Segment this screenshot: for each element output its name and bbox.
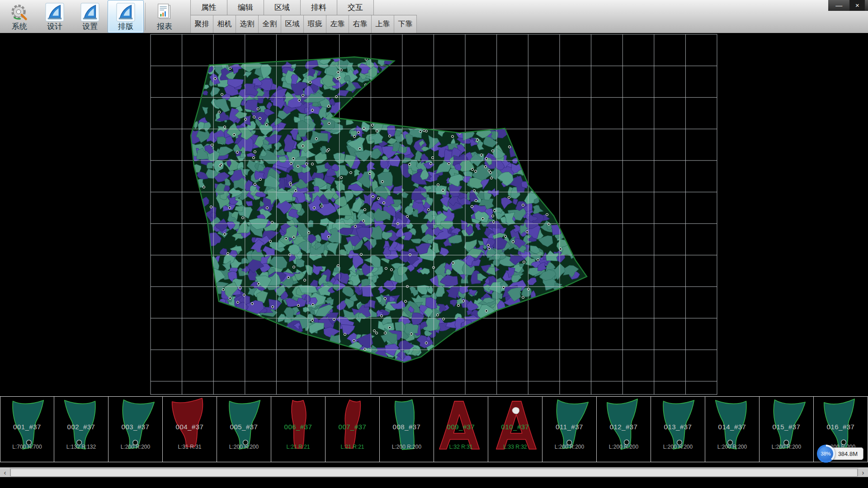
piece-name: 014_#37 <box>705 423 759 431</box>
piece-lr-count: L:32 R:31 <box>434 444 488 450</box>
piece-name: 002_#37 <box>54 423 108 431</box>
toolbar-button-label: 报表 <box>157 23 172 30</box>
piece-name: 007_#37 <box>326 423 379 431</box>
piece-cell-1[interactable]: 001_#37L:700 R:700 <box>0 397 54 462</box>
toolbar-button-5[interactable]: 报表 <box>147 0 182 33</box>
piece-cell-12[interactable]: 012_#37L:200 R:200 <box>597 397 651 462</box>
menu-tab-4[interactable]: 排料 <box>301 0 337 15</box>
toolbar-button-3[interactable]: 设置 <box>72 0 108 33</box>
piece-cell-6[interactable]: 006_#37L:21 R:21 <box>271 397 326 462</box>
piece-lr-count: L:31 R:31 <box>163 444 217 450</box>
piece-lr-count: L:132 R:132 <box>54 444 108 450</box>
gear-icon <box>10 3 29 22</box>
toolbar-divider <box>145 3 146 30</box>
action-button-5[interactable]: 区域 <box>281 15 304 33</box>
toolbar-button-1[interactable]: 系统 <box>2 0 37 33</box>
toolbar-button-label: 系统 <box>12 23 27 30</box>
piece-cell-15[interactable]: 015_#37L:200 R:200 <box>760 397 814 462</box>
action-button-6[interactable]: 瑕疵 <box>304 15 326 33</box>
report-icon <box>155 3 174 22</box>
scroll-thumb[interactable] <box>10 469 858 477</box>
piece-lr-count: L:33 R:32 <box>488 444 542 450</box>
piece-cell-13[interactable]: 013_#37L:200 R:200 <box>651 397 705 462</box>
piece-cell-3[interactable]: 003_#37L:200 R:200 <box>108 397 163 462</box>
toolbar-button-label: 设计 <box>47 23 62 30</box>
piece-cell-11[interactable]: 011_#37L:200 R:200 <box>542 397 597 462</box>
piece-name: 004_#37 <box>163 423 217 431</box>
piece-lr-count: L:200 R:200 <box>542 444 596 450</box>
action-button-1[interactable]: 聚排 <box>190 15 213 33</box>
action-button-9[interactable]: 上靠 <box>372 15 394 33</box>
piece-lr-count: L:200 R:200 <box>108 444 162 450</box>
piece-lr-count: L:700 R:700 <box>0 444 54 450</box>
toolbar-button-4[interactable]: 排版 <box>108 0 144 33</box>
piece-cell-2[interactable]: 002_#37L:132 R:132 <box>54 397 108 462</box>
action-buttons: 聚排相机选割全割区域瑕疵左靠右靠上靠下靠 <box>190 15 417 33</box>
window-controls: — × <box>828 0 868 11</box>
scroll-right-arrow[interactable]: › <box>858 468 868 477</box>
piece-name: 016_#37 <box>814 423 868 431</box>
piece-name: 012_#37 <box>597 423 651 431</box>
piece-name: 010_#37 <box>488 423 542 431</box>
nesting-canvas-svg <box>0 33 868 396</box>
piece-lr-count: L:200 R:200 <box>760 444 813 450</box>
menu-tab-3[interactable]: 区域 <box>264 0 301 15</box>
piece-cell-9[interactable]: 009_#37L:32 R:31 <box>434 397 488 462</box>
piece-cell-5[interactable]: 005_#37L:200 R:200 <box>217 397 271 462</box>
piece-lr-count: L:21 R:21 <box>271 444 325 450</box>
minimize-button[interactable]: — <box>831 0 847 11</box>
piece-lr-count: L:200 R:200 <box>651 444 705 450</box>
piece-lr-count: L:200 R:200 <box>217 444 271 450</box>
piece-name: 006_#37 <box>271 423 325 431</box>
scroll-left-arrow[interactable]: ‹ <box>0 468 10 477</box>
piece-cell-4[interactable]: 004_#37L:31 R:31 <box>163 397 217 462</box>
piece-name: 013_#37 <box>651 423 705 431</box>
progress-percent: 38% <box>819 446 833 461</box>
close-button[interactable]: × <box>849 0 865 11</box>
menu-tab-5[interactable]: 交互 <box>337 0 374 15</box>
piece-cell-8[interactable]: 008_#37L:200 R:200 <box>380 397 434 462</box>
piece-name: 005_#37 <box>217 423 271 431</box>
piece-cell-14[interactable]: 014_#37L:200 R:200 <box>705 397 760 462</box>
piece-name: 009_#37 <box>434 423 488 431</box>
piece-name: 003_#37 <box>108 423 162 431</box>
action-button-2[interactable]: 相机 <box>213 15 236 33</box>
action-button-7[interactable]: 左靠 <box>326 15 349 33</box>
toolbar-button-2[interactable]: 设计 <box>37 0 72 33</box>
piece-name: 015_#37 <box>760 423 813 431</box>
piece-name: 008_#37 <box>380 423 434 431</box>
memory-badge[interactable]: 38% 384.8M <box>817 445 863 463</box>
piece-strip: 001_#37L:700 R:700002_#37L:132 R:132003_… <box>0 396 868 462</box>
piece-cell-10[interactable]: 010_#37L:33 R:32 <box>488 397 542 462</box>
menu-tab-1[interactable]: 属性 <box>190 0 227 15</box>
top-toolbar: 系统设计设置排版报表 属性编辑区域排料交互 聚排相机选割全割区域瑕疵左靠右靠上靠… <box>0 0 868 33</box>
piece-lr-count: L:21 R:21 <box>326 444 379 450</box>
nesting-canvas[interactable] <box>0 33 868 396</box>
menu-tabs: 属性编辑区域排料交互 <box>190 0 417 15</box>
piece-name: 001_#37 <box>0 423 54 431</box>
sail-icon <box>45 3 64 22</box>
piece-name: 011_#37 <box>542 423 596 431</box>
app-window: 系统设计设置排版报表 属性编辑区域排料交互 聚排相机选割全割区域瑕疵左靠右靠上靠… <box>0 0 868 488</box>
big-buttons: 系统设计设置排版报表 <box>0 0 182 33</box>
sail-icon <box>116 3 135 22</box>
action-button-8[interactable]: 右靠 <box>349 15 372 33</box>
piece-lr-count: L:200 R:200 <box>705 444 759 450</box>
toolbar-button-label: 设置 <box>82 23 98 30</box>
horizontal-scrollbar[interactable]: ‹ › <box>0 467 868 477</box>
piece-cell-7[interactable]: 007_#37L:21 R:21 <box>326 397 380 462</box>
menu-area: 属性编辑区域排料交互 聚排相机选割全割区域瑕疵左靠右靠上靠下靠 <box>190 0 417 33</box>
piece-lr-count: L:200 R:200 <box>597 444 651 450</box>
action-button-4[interactable]: 全割 <box>259 15 281 33</box>
progress-circle: 38% <box>817 445 835 463</box>
piece-lr-count: L:200 R:200 <box>380 444 434 450</box>
toolbar-button-label: 排版 <box>118 23 133 30</box>
menu-tab-2[interactable]: 编辑 <box>227 0 264 15</box>
action-button-10[interactable]: 下靠 <box>394 15 417 33</box>
sail-icon <box>80 3 99 22</box>
action-button-3[interactable]: 选割 <box>236 15 259 33</box>
